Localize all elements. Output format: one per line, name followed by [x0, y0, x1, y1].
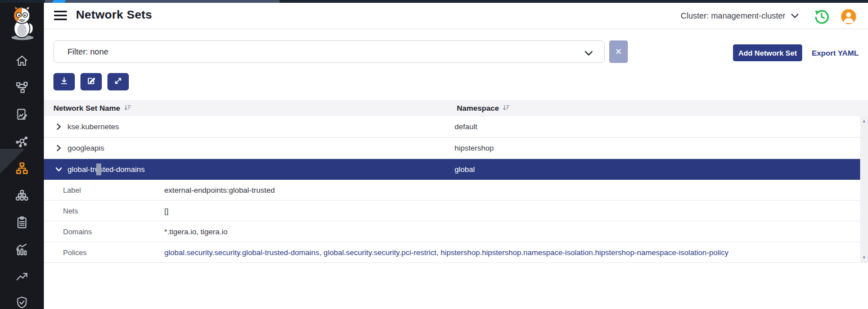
browser-tab-segment — [45, 0, 280, 3]
expand-button[interactable] — [107, 73, 129, 90]
menu-toggle-button[interactable] — [54, 11, 67, 21]
browser-favicon-fragment — [52, 0, 66, 3]
scroll-down-arrow-icon[interactable]: ▼ — [860, 254, 868, 262]
trends-icon — [15, 276, 29, 285]
detail-row-label: Label external-endpoints:global-trusted — [44, 180, 860, 201]
sidebar-item-statistics[interactable] — [15, 242, 29, 257]
namespace-value: default — [455, 122, 478, 131]
column-header-namespace[interactable]: Namespace — [457, 104, 499, 112]
add-network-set-button[interactable]: Add Network Set — [733, 44, 802, 61]
detail-key: Polices — [63, 248, 164, 257]
detail-value: [] — [164, 207, 169, 215]
chevron-down-icon — [791, 11, 799, 21]
filter-dropdown-value: Filter: none — [68, 47, 109, 56]
namespace-value: global — [455, 165, 475, 174]
calico-cat-logo — [5, 4, 39, 39]
network-set-name: kse.kubernetes — [68, 122, 446, 131]
history-icon[interactable] — [813, 8, 830, 25]
home-icon — [15, 60, 29, 70]
edit-button[interactable] — [80, 73, 102, 90]
edit-icon — [87, 76, 96, 87]
endpoints-icon — [15, 141, 29, 151]
table-row[interactable]: googleapis hipstershop — [44, 138, 860, 159]
detail-row-polices: Polices global.security.security.global-… — [44, 242, 860, 263]
download-button[interactable] — [53, 73, 75, 90]
sidebar-item-home[interactable] — [15, 53, 29, 68]
sort-icon[interactable] — [124, 104, 131, 113]
expand-icon — [114, 76, 123, 87]
detail-value-policies[interactable]: global.security.security.global-trusted-… — [164, 248, 728, 257]
table-row-selected[interactable]: global-trusted-domains global — [44, 159, 860, 180]
scroll-up-arrow-icon[interactable]: ▲ — [860, 117, 868, 125]
browser-tab-strip — [0, 0, 868, 3]
statistics-icon — [15, 249, 29, 258]
sort-icon[interactable] — [502, 104, 510, 113]
service-graph-icon — [15, 87, 29, 97]
clear-filter-button[interactable]: ✕ — [609, 40, 628, 63]
cluster-selector[interactable]: Cluster: management-cluster — [681, 11, 799, 21]
sidebar-item-compliance[interactable] — [15, 215, 29, 230]
network-set-name: global-trusted-domains — [68, 165, 446, 174]
sidebar-item-security[interactable] — [15, 295, 29, 309]
sidebar-item-endpoints[interactable] — [15, 134, 29, 149]
sidebar-item-policies[interactable] — [15, 107, 29, 122]
download-icon — [60, 76, 69, 87]
detail-value: *.tigera.io, tigera.io — [164, 228, 228, 236]
sidebar-item-clusters[interactable] — [15, 188, 29, 203]
top-header: Network Sets Cluster: management-cluster — [44, 3, 868, 29]
detail-value: external-endpoints:global-trusted — [164, 186, 275, 194]
chevron-right-icon[interactable] — [55, 123, 63, 131]
export-yaml-link[interactable]: Export YAML — [812, 49, 858, 57]
user-avatar-icon[interactable] — [840, 8, 857, 25]
text-cursor-artifact — [96, 163, 101, 175]
table-header: Network Set Name Namespace — [44, 100, 868, 116]
sidebar — [0, 0, 44, 309]
cluster-selector-label: Cluster: management-cluster — [681, 11, 785, 20]
detail-key: Label — [63, 186, 164, 194]
chevron-down-icon[interactable] — [55, 166, 63, 174]
chevron-down-icon — [584, 48, 593, 58]
network-sets-icon — [15, 168, 29, 178]
sidebar-item-network-sets[interactable] — [15, 161, 29, 176]
detail-key: Domains — [63, 228, 164, 236]
sidebar-item-trends[interactable] — [15, 269, 29, 284]
network-sets-page: Network Sets Cluster: management-cluster… — [0, 0, 868, 309]
detail-key: Nets — [63, 207, 164, 215]
security-icon — [15, 302, 29, 309]
page-title: Network Sets — [76, 8, 152, 21]
sidebar-item-service-graph[interactable] — [15, 80, 29, 95]
detail-row-domains: Domains *.tigera.io, tigera.io — [44, 221, 860, 242]
network-set-name: googleapis — [68, 144, 446, 152]
policies-icon — [15, 114, 29, 124]
column-header-network-set-name[interactable]: Network Set Name — [53, 104, 120, 112]
detail-row-nets: Nets [] — [44, 201, 860, 221]
clusters-icon — [15, 195, 29, 205]
compliance-icon — [15, 222, 29, 231]
table-row[interactable]: kse.kubernetes default — [44, 116, 860, 138]
table-scrollbar[interactable]: ▲ ▼ — [860, 116, 868, 263]
filter-dropdown[interactable]: Filter: none — [53, 40, 605, 63]
chevron-right-icon[interactable] — [55, 144, 63, 152]
namespace-value: hipstershop — [455, 144, 494, 152]
